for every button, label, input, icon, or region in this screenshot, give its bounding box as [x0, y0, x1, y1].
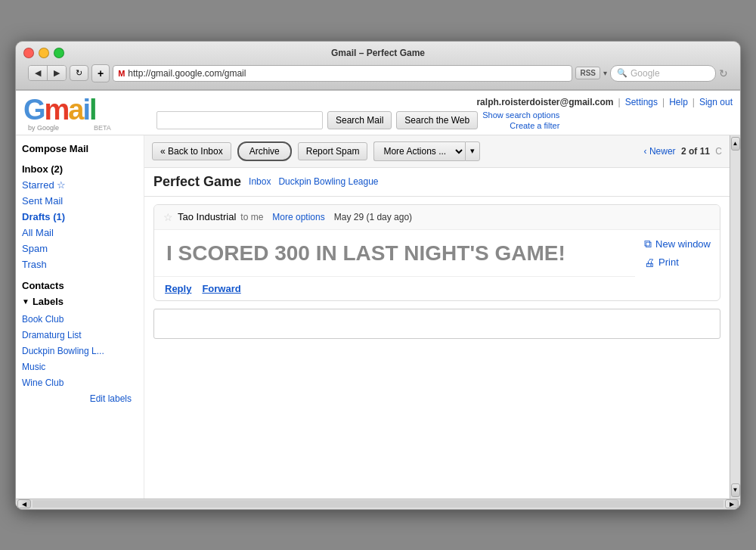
main-content-area: Compose Mail Inbox (2) Starred ☆ Sent Ma…	[16, 135, 740, 499]
browser-content: Gmail by Google BETA ralph.roisterdoiste…	[16, 90, 740, 509]
rss-badge[interactable]: RSS	[575, 67, 600, 79]
gmail-search-input[interactable]	[156, 111, 323, 129]
gmail-email-area: « Back to Inbox Archive Report Spam More…	[144, 135, 730, 499]
forward-button[interactable]: Forward	[202, 283, 240, 294]
toolbar: ◀ ▶ ↻ + M http://gmail.google.com/gmail …	[23, 62, 733, 85]
show-options-link[interactable]: Show search options	[482, 110, 559, 120]
label-music[interactable]: Music	[22, 359, 138, 373]
scroll-left-icon: ◀	[22, 501, 26, 508]
pagination: ‹ Newer 2 of 11 C	[644, 146, 722, 157]
gmail-logo-text: Gmail	[23, 95, 152, 124]
help-link[interactable]: Help	[669, 97, 688, 107]
search-mail-button[interactable]: Search Mail	[327, 111, 392, 129]
address-text: http://gmail.google.com/gmail	[128, 68, 246, 79]
archive-button[interactable]: Archive	[237, 141, 292, 161]
sidebar-item-all-mail[interactable]: All Mail	[22, 225, 138, 239]
label-book-club[interactable]: Book Club	[22, 312, 138, 325]
gmail-main: Compose Mail Inbox (2) Starred ☆ Sent Ma…	[16, 135, 730, 499]
inbox-label-link[interactable]: Inbox	[249, 176, 271, 187]
refresh-button[interactable]: ↻	[70, 65, 88, 81]
sidebar-item-starred[interactable]: Starred ☆	[22, 178, 138, 191]
email-message: ☆ Tao Industrial to me More options May …	[153, 204, 720, 302]
sidebar-item-sent[interactable]: Sent Mail	[22, 194, 138, 207]
star-icon[interactable]: ☆	[163, 211, 173, 223]
search-refresh-icon: ↻	[719, 67, 728, 79]
sidebar-nav: Inbox (2) Starred ☆ Sent Mail Drafts (1)	[22, 162, 138, 271]
back-to-inbox-button[interactable]: « Back to Inbox	[152, 142, 231, 160]
report-spam-button[interactable]: Report Spam	[298, 142, 368, 160]
label-duckpin-bowling[interactable]: Duckpin Bowling L...	[22, 343, 138, 357]
search-web-button[interactable]: Search the Web	[396, 111, 478, 129]
scroll-right-button[interactable]: ▶	[725, 499, 739, 508]
sidebar-item-spam[interactable]: Spam	[22, 241, 138, 255]
sidebar-item-drafts[interactable]: Drafts (1)	[22, 210, 138, 223]
scroll-left-button[interactable]: ◀	[17, 499, 31, 508]
compose-mail-button[interactable]: Compose Mail	[22, 143, 138, 154]
vertical-scrollbar[interactable]: ▲ ▼	[730, 135, 740, 499]
labels-section-title: ▼ Labels	[22, 296, 138, 307]
scroll-down-button[interactable]: ▼	[731, 483, 740, 497]
logo-g: G	[23, 94, 45, 126]
inbox-label: Inbox (2)	[22, 163, 63, 175]
label-wine-club[interactable]: Wine Club	[22, 375, 138, 389]
email-subject: Perfect Game	[153, 174, 241, 190]
email-reply-row: Reply Forward	[154, 276, 635, 300]
gmail-beta: BETA	[94, 124, 111, 132]
back-button[interactable]: ◀	[29, 66, 48, 80]
user-email: ralph.roisterdoister@gmail.com	[476, 97, 613, 107]
gmail-user-bar: ralph.roisterdoister@gmail.com | Setting…	[156, 97, 733, 107]
print-link[interactable]: 🖨 Print	[644, 256, 679, 269]
more-actions-arrow-button[interactable]: ▾	[465, 141, 480, 161]
scroll-up-button[interactable]: ▲	[731, 137, 740, 151]
add-tab-button[interactable]: +	[91, 64, 110, 82]
scroll-up-icon: ▲	[733, 140, 739, 147]
email-toolbar: « Back to Inbox Archive Report Spam More…	[144, 135, 730, 168]
horizontal-scrollbar[interactable]: ◀ ▶	[16, 499, 740, 509]
logo-l: l	[89, 94, 96, 126]
search-placeholder: Google	[631, 68, 660, 79]
logo-m: m	[45, 94, 69, 126]
create-filter-link[interactable]: Create a filter	[510, 121, 559, 130]
more-actions-group: More Actions ... ▾	[373, 141, 480, 161]
gmail-search-area: ralph.roisterdoister@gmail.com | Setting…	[156, 97, 733, 130]
gmail-sidebar: Compose Mail Inbox (2) Starred ☆ Sent Ma…	[16, 135, 144, 499]
gmail-by-google: by Google	[28, 124, 59, 132]
logo-i: i	[83, 94, 90, 126]
sidebar-item-inbox[interactable]: Inbox (2)	[22, 162, 138, 176]
gmail-logo: Gmail by Google BETA	[23, 95, 152, 132]
h-scroll-track	[33, 500, 723, 508]
label-dramaturg-list[interactable]: Dramaturg List	[22, 328, 138, 341]
quick-reply-box[interactable]	[153, 309, 720, 339]
settings-link[interactable]: Settings	[625, 97, 658, 107]
new-window-link[interactable]: ⧉ New window	[644, 238, 711, 250]
more-options-link[interactable]: More options	[272, 212, 324, 222]
logo-a: a	[68, 94, 82, 126]
newer-link[interactable]: ‹ Newer	[644, 146, 676, 157]
signout-link[interactable]: Sign out	[699, 97, 733, 107]
maximize-button[interactable]	[54, 48, 64, 58]
forward-button[interactable]: ▶	[48, 66, 66, 80]
new-window-icon: ⧉	[644, 238, 652, 250]
sidebar-item-trash[interactable]: Trash	[22, 257, 138, 271]
gmail-topbar: Gmail by Google BETA ralph.roisterdoiste…	[16, 91, 740, 135]
gmail-logo-area: Gmail by Google BETA	[23, 95, 152, 132]
browser-search-bar[interactable]: 🔍 Google	[610, 65, 716, 82]
more-actions-select[interactable]: More Actions ...	[373, 141, 465, 161]
email-message-header: ☆ Tao Industrial to me More options May …	[154, 205, 720, 230]
gmail-search-row: Search Mail Search the Web Show search o…	[156, 110, 733, 130]
scroll-down-icon: ▼	[733, 486, 739, 493]
title-bar: Gmail – Perfect Game ◀ ▶ ↻ + M http://gm…	[16, 42, 740, 90]
duckpin-bowling-label-link[interactable]: Duckpin Bowling League	[278, 176, 378, 187]
reply-button[interactable]: Reply	[165, 283, 191, 294]
close-button[interactable]	[23, 48, 34, 58]
gmail-search-links: Show search options Create a filter	[482, 110, 559, 130]
browser-window: Gmail – Perfect Game ◀ ▶ ↻ + M http://gm…	[15, 41, 741, 510]
minimize-button[interactable]	[39, 48, 49, 58]
email-subject-bar: Perfect Game Inbox Duckpin Bowling Leagu…	[144, 168, 730, 197]
window-title: Gmail – Perfect Game	[331, 48, 425, 58]
edit-labels-link[interactable]: Edit labels	[22, 393, 132, 404]
page-info: 2 of 11	[681, 146, 710, 157]
window-buttons	[23, 48, 64, 58]
address-bar[interactable]: M http://gmail.google.com/gmail	[113, 65, 572, 82]
email-body-area: I SCORED 300 IN LAST NIGHT'S GAME! Reply…	[154, 230, 720, 301]
